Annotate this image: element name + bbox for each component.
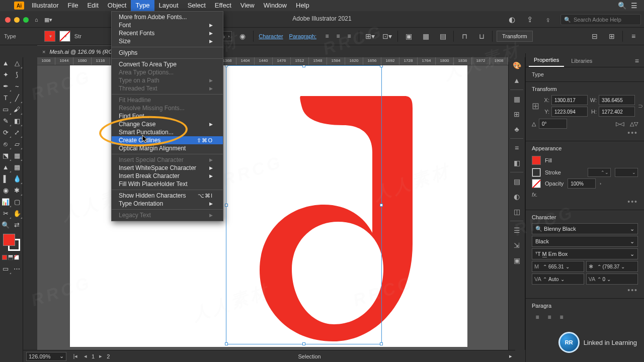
tab-libraries[interactable]: Libraries [566, 55, 597, 67]
shape-mode-icon[interactable]: ⊡▾ [380, 30, 393, 43]
appearance-fill-swatch[interactable] [532, 156, 541, 165]
menu-select[interactable]: Select [183, 0, 210, 11]
eyedropper-tool-icon[interactable]: 💧 [12, 173, 23, 185]
envelope-icon[interactable]: ▣ [402, 30, 415, 43]
font-size-field[interactable]: M⌃665.31⌄ [532, 261, 584, 272]
perspective-tool-icon[interactable]: ▲ [0, 161, 12, 173]
para-align-center-icon[interactable]: ≡ [544, 312, 555, 323]
flip-h-icon[interactable]: ▷◁ [616, 121, 624, 127]
transform-h-field[interactable]: 1272.402 [599, 107, 635, 117]
stroke-swatch[interactable]: ▼ [59, 31, 70, 42]
character-panel-link[interactable]: Character [259, 33, 283, 39]
menu-item-type-orientation[interactable]: Type Orientation▶ [112, 200, 223, 208]
selection-bounding-box[interactable] [226, 65, 382, 344]
tracking-field[interactable]: VA⌃0⌄ [586, 274, 638, 285]
envelope-mesh-icon[interactable]: ▤ [436, 30, 449, 43]
scale-tool-icon[interactable]: ⤢ [12, 127, 23, 138]
panel-menu-icon[interactable]: ≡ [627, 30, 640, 43]
canvas[interactable]: Blenny [37, 65, 515, 350]
align-objects-icon[interactable]: ⊞▾ [363, 30, 376, 43]
shape-builder-tool-icon[interactable]: ⬔ [0, 150, 12, 161]
slice-tool-icon[interactable]: ✂ [0, 208, 12, 219]
edit-toolbar-icon[interactable]: ⋯ [12, 263, 23, 275]
direct-selection-tool-icon[interactable]: △ [12, 57, 23, 69]
dock-graphic-styles-icon[interactable]: ◫ [510, 206, 523, 218]
kerning-field[interactable]: VA⌃Auto⌄ [532, 274, 584, 285]
align-center-icon[interactable]: ≡ [333, 31, 344, 42]
snap-pixel-icon[interactable]: ⊞ [605, 30, 618, 43]
envelope-options-icon[interactable]: ▦ [419, 30, 432, 43]
appearance-opacity-field[interactable]: 100% [568, 178, 596, 189]
dock-appearance-icon[interactable]: ◐ [510, 191, 523, 203]
search-help-field[interactable]: 🔍 Search Adobe Help [560, 14, 641, 25]
menu-item-show-hidden-characters[interactable]: Show Hidden Characters⌥⌘I [112, 192, 223, 200]
appearance-more-icon[interactable]: ••• [532, 198, 638, 206]
rotate-tool-icon[interactable]: ⟳ [0, 127, 12, 138]
recolor-icon[interactable]: ◉ [236, 30, 249, 43]
color-mode-row[interactable] [0, 254, 23, 261]
zoom-tool-icon[interactable]: 🔍 [0, 219, 12, 231]
document-tab[interactable]: × Mesh.ai @ 126.09 % (RG [37, 45, 118, 57]
menu-item-create-outlines[interactable]: Create Outlines⇧⌘O [112, 136, 223, 144]
transform-more-icon[interactable]: ••• [532, 129, 638, 137]
width-tool-icon[interactable]: ⎋ [0, 138, 12, 150]
menu-file[interactable]: File [63, 0, 83, 11]
dock-swatches-icon[interactable]: ▲ [510, 74, 523, 86]
dock-gradient-icon[interactable]: ◧ [510, 157, 523, 169]
hand-tool-icon[interactable]: ✋ [12, 208, 23, 219]
flip-v-icon[interactable]: △▽ [630, 121, 638, 127]
search-menubar-icon[interactable]: 🔍 [616, 2, 628, 10]
fill-swatch[interactable]: ▼ [44, 31, 55, 42]
menu-item-optical-margin-alignment[interactable]: Optical Margin Alignment [112, 144, 223, 152]
share-icon[interactable]: ⇪ [524, 14, 535, 25]
eraser-tool-icon[interactable]: ◧ [12, 115, 23, 127]
first-artboard-icon[interactable]: |◂ [71, 353, 79, 359]
menu-item-recent-fonts[interactable]: Recent Fonts▶ [112, 29, 223, 37]
zoom-field[interactable]: 126.09%⌄ [26, 352, 66, 361]
gradient-tool-icon[interactable]: ▌ [0, 173, 12, 185]
line-tool-icon[interactable]: ╱ [12, 92, 23, 104]
isolate-icon[interactable]: ⊟ [588, 30, 601, 43]
next-artboard-icon[interactable]: ▸ [97, 353, 105, 359]
menu-item-find-font[interactable]: Find Font... [112, 112, 223, 120]
mesh-tool-icon[interactable]: ▩ [12, 161, 23, 173]
dock-color-guide-icon[interactable]: ▦ [510, 93, 523, 105]
fill-stroke-indicator[interactable] [3, 234, 20, 251]
screen-mode-icon[interactable]: ▭ [0, 263, 12, 275]
menu-item-fill-with-placeholder-text[interactable]: Fill With PlaceHolder Text [112, 180, 223, 188]
stroke-weight-field[interactable]: ⌃⌄ [588, 168, 611, 177]
paragraph-panel-link[interactable]: Paragraph: [289, 33, 316, 39]
minimize-window-icon[interactable] [14, 17, 20, 23]
menu-view[interactable]: View [236, 0, 259, 11]
lasso-tool-icon[interactable]: ⟆ [12, 69, 23, 80]
dock-symbols-icon[interactable]: ⊞ [510, 108, 523, 120]
dock-artboards-icon[interactable]: ▣ [510, 254, 523, 266]
close-window-icon[interactable] [5, 17, 11, 23]
menu-edit[interactable]: Edit [83, 0, 103, 11]
toggle-fill-icon[interactable]: ⇄ [12, 219, 23, 231]
whatsnew-icon[interactable]: ♀ [542, 14, 553, 25]
menu-illustrator[interactable]: Illustrator [27, 0, 63, 11]
fx-label[interactable]: fx. [532, 192, 538, 198]
home-icon[interactable]: ⌂ [35, 17, 38, 23]
leading-field[interactable]: ✱⌃(798.37⌄ [586, 261, 638, 272]
panel-menu-icon[interactable]: ≡ [633, 55, 641, 67]
menu-item-convert-to-area-type[interactable]: Convert To Area Type [112, 60, 223, 68]
dock-color-icon[interactable]: 🎨 [510, 59, 523, 71]
font-style-field[interactable]: Black⌄ [532, 236, 638, 247]
rotate-field[interactable]: 0° [539, 119, 567, 129]
menu-help[interactable]: Help [291, 0, 314, 11]
shaper-tool-icon[interactable]: ✎ [0, 115, 12, 127]
font-family-field[interactable]: 🔍 Blenny Black⌄ [532, 223, 638, 234]
para-align-left-icon[interactable]: ≡ [532, 312, 543, 323]
character-more-icon[interactable]: ••• [532, 286, 638, 294]
tab-properties[interactable]: Properties [529, 54, 564, 67]
live-paint-tool-icon[interactable]: ▦ [12, 150, 23, 161]
free-transform-tool-icon[interactable]: ▱ [12, 138, 23, 150]
menu-item-change-case[interactable]: Change Case▶ [112, 120, 223, 128]
menu-item-font[interactable]: Font▶ [112, 21, 223, 29]
align-right-icon[interactable]: ≡ [344, 31, 355, 42]
menu-object[interactable]: Object [103, 0, 131, 11]
menu-item-size[interactable]: Size▶ [112, 37, 223, 45]
dock-transparency-icon[interactable]: ▤ [510, 175, 523, 188]
